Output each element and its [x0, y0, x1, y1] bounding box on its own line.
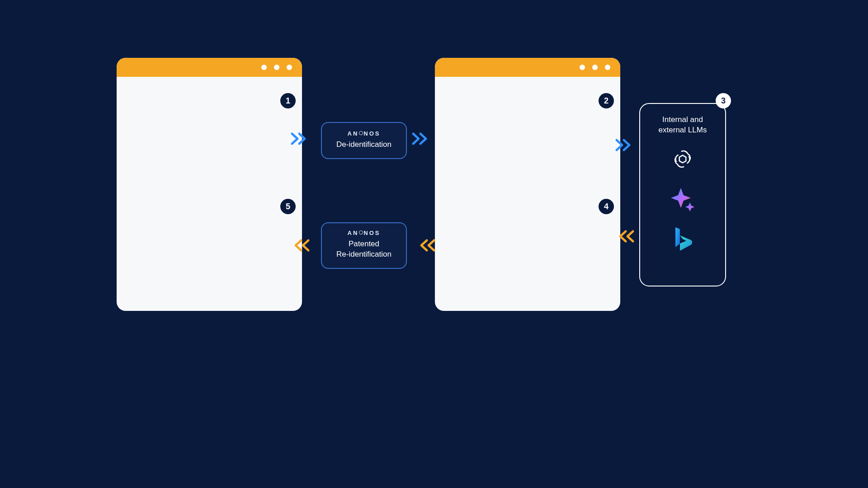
process-deidentification: ANNOS De-identification [321, 122, 407, 159]
process-label: De-identification [327, 140, 401, 150]
arrow-left-icon [416, 239, 436, 252]
arrow-right-icon [290, 132, 310, 145]
arrow-left-icon [290, 239, 310, 252]
llm-panel-title: Internal and external LLMs [646, 115, 719, 136]
diagram-stage: 1 2 4 5 ANNOS De-identification ANNOS Pa… [86, 0, 782, 391]
arrow-left-icon [615, 230, 635, 243]
brand-suffix: NOS [363, 130, 380, 137]
window-titlebar [117, 58, 302, 77]
window-dot [580, 65, 585, 70]
brand-prefix: AN [348, 230, 359, 236]
browser-window-right [435, 58, 620, 311]
step-badge-3: 3 [716, 93, 731, 108]
window-dot [274, 65, 279, 70]
arrow-right-icon [615, 138, 635, 152]
window-dot [605, 65, 610, 70]
arrow-right-icon [411, 132, 431, 145]
brand-ring-icon [359, 230, 363, 235]
anonos-logo: ANNOS [327, 130, 401, 137]
browser-window-left [117, 58, 302, 311]
window-dot [287, 65, 292, 70]
bard-sparkle-icon [669, 185, 696, 212]
brand-suffix: NOS [363, 230, 380, 236]
openai-icon [669, 145, 696, 173]
window-dot [261, 65, 267, 70]
process-label: Patented Re-identification [327, 239, 401, 260]
step-badge-4: 4 [599, 199, 614, 214]
step-badge-2: 2 [599, 93, 614, 108]
brand-ring-icon [359, 131, 363, 135]
window-dot [592, 65, 598, 70]
llm-panel: Internal and external LLMs [639, 103, 726, 286]
bing-icon [669, 225, 696, 252]
step-badge-1: 1 [280, 93, 296, 108]
step-badge-5: 5 [280, 199, 296, 214]
window-titlebar [435, 58, 620, 77]
process-reidentification: ANNOS Patented Re-identification [321, 222, 407, 269]
anonos-logo: ANNOS [327, 230, 401, 236]
brand-prefix: AN [348, 130, 359, 137]
svg-marker-0 [679, 155, 686, 163]
llm-icon-list [646, 145, 719, 252]
